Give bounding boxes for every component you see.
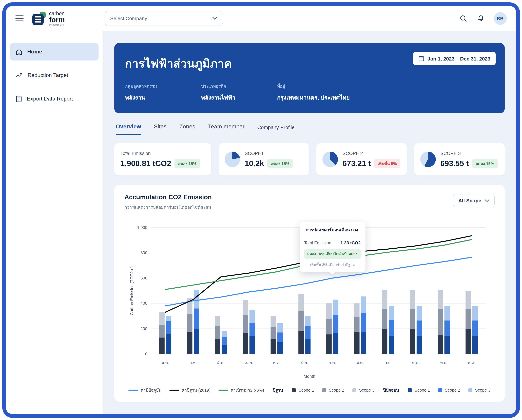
svg-text:ต.ค.: ต.ค.: [412, 360, 420, 365]
status-badge: ลดลง 15%: [175, 159, 200, 168]
stat-card-scope1: SCOPE1 10.2k ลดลง 15%: [218, 143, 309, 176]
chart-title: Accumulation CO2 Emission: [124, 194, 212, 201]
stat-card-total-emission: Total Emission 1,900.81 tCO2 ลดลง 15%: [114, 143, 211, 176]
company-select-value: Select Company: [110, 15, 147, 21]
svg-text:เม.ย.: เม.ย.: [245, 360, 253, 365]
svg-text:600: 600: [140, 276, 147, 280]
chart-tooltip: การปล่อยคาร์บอนเดือน ก.ค. Total Emission…: [299, 222, 365, 272]
brand-logo: carbon form by Buffer Box: [32, 11, 65, 26]
legend-current-scope3: Scope 3: [468, 388, 490, 393]
app-frame: carbon form by Buffer Box Select Company…: [2, 2, 520, 418]
tab-zones[interactable]: Zones: [179, 123, 195, 135]
user-avatar[interactable]: BB: [494, 12, 507, 25]
sidebar-item-label: Reduction Target: [28, 72, 68, 78]
svg-text:พ.ค.: พ.ค.: [273, 360, 280, 365]
industry-group-field: กลุ่มอุตสาหกรรม พลังงาน: [125, 83, 201, 102]
logo-text-carbon: carbon: [49, 11, 65, 16]
sidebar-item-export-data-report[interactable]: Export Data Report: [10, 90, 99, 107]
chart-subtitle: กราฟแสดงการปล่อยคาร์บอนไดออกไซด์สะสม: [124, 204, 212, 211]
svg-text:400: 400: [140, 301, 147, 305]
legend-current-line: ค่าปีปัจจุบัน: [128, 387, 161, 394]
top-header: carbon form by Buffer Box Select Company…: [6, 6, 516, 31]
home-icon: [15, 48, 23, 55]
status-badge: เพิ่มขึ้น 5%: [374, 159, 400, 168]
carbonform-logo-icon: [32, 12, 46, 25]
tab-company-profile[interactable]: Company Profile: [257, 124, 295, 135]
legend-current-group-label: ปีปัจจุบัน: [383, 387, 399, 394]
scope-filter-dropdown[interactable]: All Scope: [453, 194, 494, 207]
screenshot-stage: carbon form by Buffer Box Select Company…: [0, 0, 522, 420]
svg-text:1,000: 1,000: [137, 225, 147, 230]
business-type-field: ประเภทธุรกิจ พลังงานไฟฟ้า: [201, 83, 277, 102]
svg-text:200: 200: [140, 326, 147, 331]
legend-current-scope2: Scope 2: [438, 388, 460, 393]
accumulation-chart-card: Accumulation CO2 Emission กราฟแสดงการปล่…: [114, 185, 505, 402]
stat-cards-row: Total Emission 1,900.81 tCO2 ลดลง 15% SC…: [114, 143, 505, 176]
svg-text:0: 0: [145, 351, 147, 356]
svg-text:มิ.ย.: มิ.ย.: [301, 360, 308, 365]
sidebar-item-label: Export Data Report: [27, 96, 73, 102]
svg-text:พ.ย.: พ.ย.: [440, 360, 447, 365]
sidebar-item-label: Home: [27, 49, 42, 55]
sidebar-item-home[interactable]: Home: [10, 43, 99, 61]
svg-text:มี.ค.: มี.ค.: [217, 360, 225, 365]
document-report-icon: [15, 95, 22, 102]
scope1-pie-chart-icon: [224, 152, 240, 167]
search-icon[interactable]: [459, 14, 468, 23]
legend-baseline-scope3: Scope 3: [352, 388, 374, 393]
status-badge: ลดลง 15%: [268, 159, 293, 168]
chart-legend: ค่าปีปัจจุบัน ค่าปีฐาน (2019) ค่าเป้าหมา…: [124, 387, 494, 394]
date-range-button[interactable]: Jan 1, 2023 – Dec 31, 2023: [413, 52, 496, 65]
svg-text:ธ.ค.: ธ.ค.: [468, 360, 476, 365]
stat-card-scope3: SCOPE 3 693.55 t ลดลง 15%: [414, 143, 505, 176]
date-range-label: Jan 1, 2023 – Dec 31, 2023: [428, 56, 490, 61]
svg-text:ก.พ.: ก.พ.: [190, 360, 197, 365]
chevron-down-icon: [485, 199, 489, 202]
main-content: การไฟฟ้าส่วนภูมิภาค Jan 1, 2023 – Dec 31…: [103, 31, 516, 414]
svg-text:ส.ค.: ส.ค.: [357, 360, 364, 365]
company-header-card: การไฟฟ้าส่วนภูมิภาค Jan 1, 2023 – Dec 31…: [114, 43, 505, 113]
tab-sites[interactable]: Sites: [154, 123, 167, 135]
legend-target-line: ค่าเป้าหมาย (-5%): [219, 387, 264, 394]
status-badge: ลดลง 15%: [472, 159, 498, 168]
svg-text:ม.ค.: ม.ค.: [161, 360, 169, 365]
svg-text:ก.ค.: ก.ค.: [329, 360, 336, 365]
svg-text:ก.ย.: ก.ย.: [385, 360, 392, 365]
scope-filter-value: All Scope: [458, 198, 481, 203]
calendar-icon: [418, 55, 424, 61]
tab-team-member[interactable]: Team member: [208, 123, 245, 135]
trend-up-icon: [15, 72, 23, 79]
address-field: ที่อยู่ กรุงเทพมหานคร, ประเทศไทย: [277, 83, 350, 102]
scope2-pie-chart-icon: [322, 152, 338, 167]
menu-icon[interactable]: [15, 15, 23, 21]
legend-baseline-scope2: Scope 2: [322, 388, 344, 393]
legend-baseline-scope1: Scope 1: [292, 388, 314, 393]
tooltip-green-badge: ลดลง 15% เทียบกับค่าเป้าหมาย: [304, 249, 361, 259]
tab-overview[interactable]: Overview: [116, 123, 141, 135]
scope3-pie-chart-icon: [420, 152, 436, 167]
logo-text-byline: by Buffer Box: [49, 24, 65, 26]
notifications-bell-icon[interactable]: [476, 14, 485, 23]
sidebar-item-reduction-target[interactable]: Reduction Target: [10, 67, 99, 84]
x-axis-label: Month: [124, 374, 494, 379]
svg-text:Carbon Emission (TCO2-e): Carbon Emission (TCO2-e): [130, 266, 134, 315]
company-select[interactable]: Select Company: [104, 11, 223, 26]
legend-current-scope1: Scope 1: [408, 388, 430, 393]
stat-card-scope2: SCOPE 2 673.21 t เพิ่มขึ้น 5%: [316, 143, 407, 176]
legend-baseline-group-label: ปีฐาน: [273, 387, 283, 394]
chevron-down-icon: [212, 17, 217, 20]
logo-text-form: form: [49, 16, 65, 23]
legend-baseline-line: ค่าปีฐาน (2019): [170, 387, 210, 394]
svg-text:800: 800: [140, 250, 147, 255]
tab-bar: Overview Sites Zones Team member Company…: [114, 123, 505, 135]
sidebar: Home Reduction Target Export Data Report: [6, 31, 103, 414]
